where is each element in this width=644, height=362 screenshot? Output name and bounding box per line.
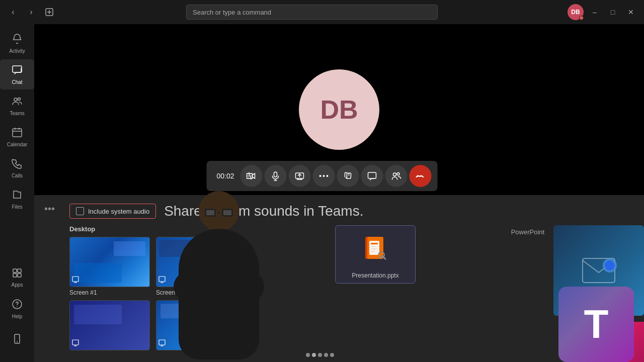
- status-dot: [579, 16, 584, 20]
- minimize-button[interactable]: –: [588, 5, 602, 19]
- sidebar-item-chat[interactable]: Chat: [0, 59, 34, 89]
- more-options-button[interactable]: [313, 165, 335, 187]
- system-audio-label: Include system audio: [88, 208, 149, 215]
- svg-point-53: [605, 260, 615, 270]
- svg-rect-46: [371, 243, 378, 244]
- user-avatar-button[interactable]: DB: [568, 4, 584, 20]
- teams-icon: [12, 96, 23, 109]
- raise-hand-button[interactable]: [337, 165, 359, 187]
- screen-thumb-1[interactable]: Screen #1: [69, 237, 150, 296]
- sidebar-item-teams[interactable]: Teams: [0, 90, 34, 121]
- mobile-icon: [12, 334, 22, 346]
- back-button[interactable]: ‹: [6, 5, 20, 19]
- activity-icon: [12, 33, 23, 47]
- screen-thumb-4[interactable]: [156, 300, 236, 350]
- screen4-icon: [158, 339, 166, 348]
- screen-thumb-2[interactable]: Screen #: [156, 237, 236, 296]
- svg-rect-28: [368, 172, 376, 178]
- search-bar[interactable]: Search or type a command: [186, 5, 438, 20]
- slide-dots: [306, 353, 334, 357]
- svg-rect-31: [72, 277, 78, 282]
- apps-icon: [12, 268, 22, 281]
- microphone-button[interactable]: [265, 165, 287, 187]
- email-icon: [581, 256, 617, 285]
- screen2-preview: [156, 237, 236, 287]
- dot-2: [312, 353, 316, 357]
- sidebar-item-mobile[interactable]: [0, 325, 34, 355]
- sidebar-teams-label: Teams: [10, 111, 24, 116]
- sidebar-item-help[interactable]: Help: [0, 294, 34, 324]
- screen1-label: Screen #1: [69, 289, 150, 296]
- dot-4: [324, 353, 328, 357]
- sidebar-item-calendar[interactable]: Calendar: [0, 122, 34, 152]
- dot-5: [330, 353, 334, 357]
- teams-t-logo: T: [558, 287, 634, 362]
- sidebar-apps-label: Apps: [12, 282, 23, 288]
- files-icon: [12, 189, 23, 203]
- pptx-filename: Presentation.pptx: [352, 272, 398, 279]
- call-timer: 00:02: [212, 172, 238, 180]
- svg-point-4: [14, 98, 17, 101]
- sidebar: Activity Chat Teams: [0, 24, 34, 362]
- svg-point-30: [397, 173, 399, 175]
- svg-rect-21: [274, 172, 277, 177]
- title-bar-left: ‹ ›: [6, 5, 56, 19]
- forward-button[interactable]: ›: [24, 5, 38, 19]
- screen-thumb-3[interactable]: [69, 300, 150, 350]
- sidebar-item-apps[interactable]: Apps: [0, 262, 34, 293]
- pptx-card[interactable]: Presentation.pptx: [335, 225, 416, 284]
- svg-point-26: [323, 175, 325, 177]
- camera-button[interactable]: [240, 165, 263, 187]
- sidebar-item-files[interactable]: Files: [0, 184, 34, 214]
- sidebar-item-activity[interactable]: Activity: [0, 28, 34, 58]
- svg-rect-3: [13, 66, 22, 72]
- system-audio-checkbox[interactable]: Include system audio: [69, 204, 156, 219]
- in-call-chat-button[interactable]: [361, 165, 383, 187]
- title-bar: ‹ › Search or type a command DB – □ ✕: [0, 0, 644, 24]
- close-button[interactable]: ✕: [624, 5, 638, 19]
- sidebar-files-label: Files: [12, 204, 22, 210]
- svg-rect-11: [18, 269, 21, 273]
- svg-rect-6: [13, 129, 22, 137]
- svg-rect-12: [13, 274, 17, 277]
- svg-point-5: [18, 98, 21, 100]
- dot-1: [306, 353, 310, 357]
- sidebar-help-label: Help: [12, 314, 23, 319]
- share-panel: ••• Include system audio Share system so…: [34, 195, 644, 362]
- help-icon: [12, 299, 23, 312]
- title-bar-right: DB – □ ✕: [568, 4, 638, 20]
- svg-rect-40: [159, 340, 165, 345]
- sidebar-calendar-label: Calendar: [7, 142, 28, 147]
- share-panel-header: Include system audio Share system sounds…: [44, 203, 634, 219]
- share-screen-button[interactable]: [289, 165, 311, 187]
- sidebar-item-calls[interactable]: Calls: [0, 153, 34, 183]
- svg-point-17: [17, 341, 18, 342]
- screen1-preview: [69, 237, 150, 287]
- search-placeholder: Search or type a command: [193, 9, 271, 16]
- svg-rect-37: [72, 340, 78, 345]
- pptx-card-container: Presentation.pptx: [335, 225, 416, 284]
- svg-rect-10: [13, 269, 17, 273]
- pptx-file-icon: [363, 236, 387, 264]
- share-tagline: Share system sounds in Teams.: [164, 203, 363, 219]
- sidebar-activity-label: Activity: [9, 48, 25, 54]
- svg-rect-13: [18, 274, 21, 277]
- participants-button[interactable]: [385, 165, 408, 187]
- end-call-button[interactable]: [410, 165, 432, 187]
- compose-button[interactable]: [42, 5, 56, 19]
- sidebar-chat-label: Chat: [12, 79, 22, 85]
- screen3-preview: [69, 300, 150, 350]
- screens-row-2: [69, 300, 634, 350]
- screen1-icon: [72, 276, 79, 285]
- call-participant-avatar: DB: [299, 69, 379, 150]
- panel-more-button[interactable]: •••: [44, 203, 55, 215]
- svg-rect-48: [371, 248, 377, 249]
- call-controls-bar: 00:02: [206, 161, 437, 191]
- chat-icon: [12, 64, 23, 78]
- svg-point-27: [327, 175, 329, 177]
- calendar-icon: [12, 127, 23, 140]
- dot-3: [318, 353, 322, 357]
- pptx-icon-area: [340, 230, 411, 270]
- maximize-button[interactable]: □: [606, 5, 620, 19]
- tab-powerpoint[interactable]: PowerPoint: [511, 226, 544, 238]
